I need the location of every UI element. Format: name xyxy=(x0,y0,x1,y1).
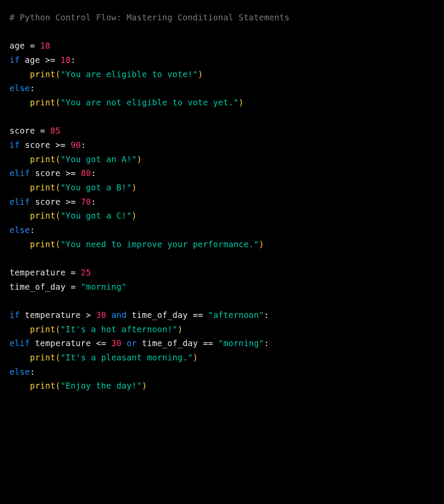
string-literal: "You got a B!" xyxy=(60,183,131,192)
operator: >= xyxy=(56,140,65,150)
identifier: temperature xyxy=(20,310,86,320)
identifier: score xyxy=(30,168,65,178)
keyword-elif: elif xyxy=(10,197,30,206)
keyword-if: if xyxy=(10,140,20,150)
space xyxy=(65,140,71,150)
string-literal: "You are eligible to vote!" xyxy=(60,69,198,79)
paren-open: ( xyxy=(56,353,61,362)
keyword-else: else xyxy=(10,83,30,93)
paren-open: ( xyxy=(56,154,61,164)
paren-close: ) xyxy=(193,353,198,362)
operator: > xyxy=(86,310,91,320)
space xyxy=(91,310,96,320)
operator: >= xyxy=(65,168,75,178)
paren-open: ( xyxy=(56,183,61,192)
operator: = xyxy=(25,41,40,50)
function-call: print xyxy=(30,324,56,334)
indent xyxy=(10,324,30,334)
string-literal: "You need to improve your performance." xyxy=(60,239,259,249)
code-block: # Python Control Flow: Mastering Conditi… xyxy=(0,0,444,403)
colon: : xyxy=(264,338,269,348)
colon: : xyxy=(71,55,76,65)
number-literal: 80 xyxy=(81,168,91,178)
colon: : xyxy=(30,225,35,235)
operator: <= xyxy=(96,338,106,348)
paren-open: ( xyxy=(56,98,61,107)
string-literal: "You are not eligible to vote yet." xyxy=(60,98,238,107)
paren-close: ) xyxy=(132,183,137,192)
identifier: time_of_day xyxy=(137,338,203,348)
string-literal: "You got an A!" xyxy=(60,154,137,164)
colon: : xyxy=(91,168,96,178)
function-call: print xyxy=(30,239,56,249)
paren-close: ) xyxy=(238,98,244,107)
function-call: print xyxy=(30,211,56,220)
indent xyxy=(10,381,30,390)
number-literal: 30 xyxy=(111,338,121,348)
keyword-if: if xyxy=(10,310,20,320)
operator: == xyxy=(203,338,213,348)
number-literal: 25 xyxy=(81,268,91,277)
string-literal: "You got a C!" xyxy=(60,211,131,220)
colon: : xyxy=(81,140,86,150)
string-literal: "morning" xyxy=(81,282,127,291)
paren-close: ) xyxy=(177,324,183,334)
paren-close: ) xyxy=(259,239,264,249)
space xyxy=(203,310,208,320)
identifier: temperature xyxy=(10,268,65,277)
paren-open: ( xyxy=(56,239,61,249)
colon: : xyxy=(91,197,96,206)
keyword-elif: elif xyxy=(10,338,30,348)
space xyxy=(56,55,61,65)
indent xyxy=(10,211,30,220)
paren-open: ( xyxy=(56,69,61,79)
operator: = xyxy=(35,126,50,135)
colon: : xyxy=(264,310,269,320)
identifier: score xyxy=(10,126,35,135)
function-call: print xyxy=(30,381,56,390)
operator: = xyxy=(65,268,81,277)
paren-close: ) xyxy=(142,381,147,390)
identifier: time_of_day xyxy=(127,310,193,320)
function-call: print xyxy=(30,154,56,164)
keyword-if: if xyxy=(10,55,20,65)
indent xyxy=(10,183,30,192)
number-literal: 85 xyxy=(50,126,60,135)
number-literal: 70 xyxy=(81,197,91,206)
paren-close: ) xyxy=(198,69,203,79)
space xyxy=(76,197,81,206)
colon: : xyxy=(30,367,35,376)
function-call: print xyxy=(30,69,56,79)
space xyxy=(106,338,111,348)
colon: : xyxy=(30,83,35,93)
string-literal: "It's a hot afternoon!" xyxy=(60,324,177,334)
paren-close: ) xyxy=(132,211,137,220)
string-literal: "afternoon" xyxy=(208,310,264,320)
identifier: age xyxy=(10,41,25,50)
paren-close: ) xyxy=(137,154,142,164)
keyword-else: else xyxy=(10,225,30,235)
paren-open: ( xyxy=(56,211,61,220)
identifier: temperature xyxy=(30,338,96,348)
paren-open: ( xyxy=(56,381,61,390)
number-literal: 18 xyxy=(60,55,70,65)
number-literal: 30 xyxy=(96,310,106,320)
operator: >= xyxy=(45,55,55,65)
operator: == xyxy=(193,310,203,320)
indent xyxy=(10,353,30,362)
space xyxy=(213,338,219,348)
identifier: score xyxy=(20,140,55,150)
function-call: print xyxy=(30,353,56,362)
identifier: age xyxy=(20,55,45,65)
space xyxy=(121,338,127,348)
string-literal: "morning" xyxy=(218,338,264,348)
indent xyxy=(10,239,30,249)
operator: = xyxy=(65,282,81,291)
string-literal: "It's a pleasant morning." xyxy=(60,353,193,362)
identifier: score xyxy=(30,197,65,206)
function-call: print xyxy=(30,98,56,107)
string-literal: "Enjoy the day!" xyxy=(60,381,142,390)
indent xyxy=(10,154,30,164)
paren-open: ( xyxy=(56,324,61,334)
indent xyxy=(10,98,30,107)
